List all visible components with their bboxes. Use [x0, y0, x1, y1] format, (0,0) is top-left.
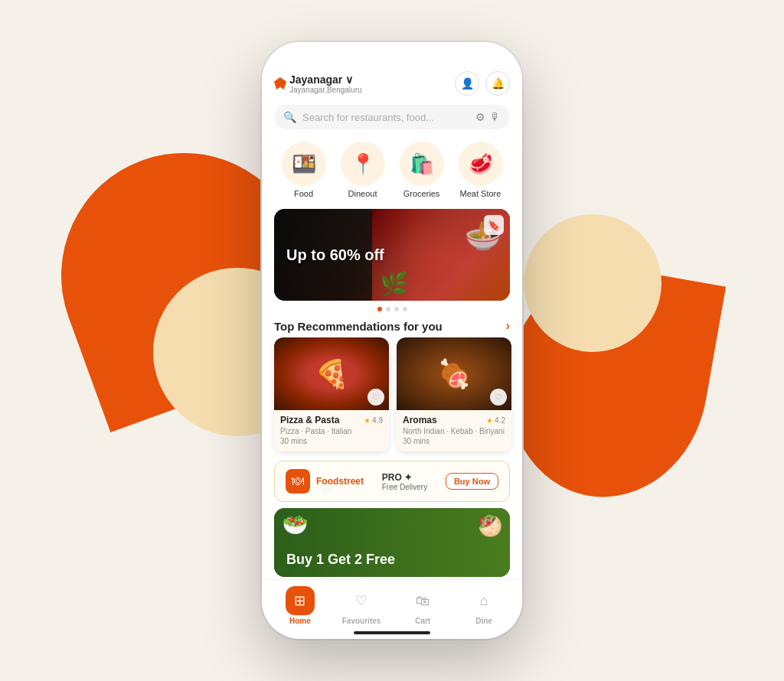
- foodstreet-label: Foodstreet: [316, 476, 364, 487]
- header-icons: 👤 🔔: [455, 71, 510, 96]
- location-pin-icon: [274, 77, 286, 90]
- pizza-name-row: Pizza & Pasta ★ 4.9: [280, 415, 383, 425]
- recommendations-arrow[interactable]: ›: [506, 319, 510, 333]
- recommendations-header: Top Recommendations for you ›: [262, 311, 522, 337]
- pizza-cuisine: Pizza · Pasta · Italian: [280, 427, 383, 435]
- banner-overlay: Up to 60% off: [274, 209, 510, 301]
- location-subtitle: Jayanagar,Bengaluru: [289, 86, 362, 94]
- meat-label: Meat Store: [460, 189, 501, 198]
- aromas-favorite-button[interactable]: ♡: [490, 389, 507, 406]
- buy-now-button[interactable]: Buy Now: [446, 473, 498, 490]
- banner-discount-text: Up to 60% off: [274, 234, 397, 276]
- location-text: Jayanagar ∨ Jayanagar,Bengaluru: [289, 73, 362, 94]
- dine-nav-label: Dine: [475, 617, 492, 625]
- home-nav-icon: ⊞: [286, 586, 315, 615]
- aromas-rating: ★ 4.2: [486, 416, 505, 425]
- notification-button[interactable]: 🔔: [485, 71, 510, 96]
- pro-banner: 🍽 Foodstreet PRO ✦ Free Delivery Buy Now: [274, 461, 510, 502]
- location-block[interactable]: Jayanagar ∨ Jayanagar,Bengaluru: [274, 73, 362, 94]
- aromas-delivery-time: 30 mins: [403, 437, 505, 445]
- bg-decoration-4: [524, 214, 662, 352]
- pizza-rating: ★ 4.9: [364, 416, 383, 425]
- home-nav-label: Home: [289, 617, 311, 625]
- status-bar: [262, 42, 522, 65]
- dot-1: [377, 307, 382, 311]
- search-bar[interactable]: 🔍 Search for restaurants, food... ⚙ 🎙: [274, 105, 510, 129]
- pizza-restaurant-name: Pizza & Pasta: [280, 415, 339, 425]
- pizza-rating-value: 4.9: [372, 416, 383, 425]
- favourites-nav-label: Favourites: [342, 617, 381, 625]
- home-indicator: [354, 631, 430, 634]
- pizza-restaurant-image: 🍕 ♡: [274, 337, 389, 410]
- nav-dine[interactable]: ⌂ Dine: [465, 586, 503, 625]
- free-delivery-text: Free Delivery: [382, 483, 427, 491]
- food-icon: 🍱: [282, 142, 326, 186]
- pro-info: PRO ✦ Free Delivery: [382, 472, 427, 491]
- foodstreet-info: Foodstreet: [316, 476, 364, 487]
- nav-home[interactable]: ⊞ Home: [281, 586, 319, 625]
- category-food[interactable]: 🍱 Food: [282, 142, 326, 198]
- pizza-restaurant-info: Pizza & Pasta ★ 4.9 Pizza · Pasta · Ital…: [274, 410, 389, 451]
- banner-bookmark-icon[interactable]: 🔖: [484, 215, 504, 235]
- aromas-restaurant-name: Aromas: [403, 415, 437, 425]
- categories-row: 🍱 Food 📍 Dineout 🛍️ Groceries 🥩 Meat Sto…: [262, 134, 522, 203]
- nav-favourites[interactable]: ♡ Favourites: [342, 586, 381, 625]
- cart-nav-icon: 🛍: [408, 586, 437, 615]
- dot-2: [386, 307, 390, 311]
- pizza-star-icon: ★: [364, 416, 371, 425]
- aromas-restaurant-info: Aromas ★ 4.2 North Indian · Kebab · Biri…: [397, 410, 511, 451]
- pro-left: 🍽 Foodstreet: [286, 469, 364, 494]
- app-content: Jayanagar ∨ Jayanagar,Bengaluru 👤 🔔 🔍 Se…: [262, 65, 522, 579]
- restaurant-card-pizza[interactable]: 🍕 ♡ Pizza & Pasta ★ 4.9 Pizza · Pasta · …: [274, 337, 389, 451]
- aromas-rating-value: 4.2: [495, 416, 505, 425]
- meat-icon: 🥩: [459, 142, 503, 186]
- header: Jayanagar ∨ Jayanagar,Bengaluru 👤 🔔: [262, 65, 522, 100]
- groceries-icon: 🛍️: [400, 142, 444, 186]
- aromas-restaurant-image: 🍖 ♡: [397, 337, 511, 410]
- category-meat[interactable]: 🥩 Meat Store: [459, 142, 503, 198]
- bottom-banner-text: Buy 1 Get 2 Free: [286, 552, 395, 568]
- cart-nav-label: Cart: [415, 617, 430, 625]
- aromas-star-icon: ★: [486, 416, 493, 425]
- pizza-delivery-time: 30 mins: [280, 437, 383, 445]
- restaurants-row: 🍕 ♡ Pizza & Pasta ★ 4.9 Pizza · Pasta · …: [262, 337, 522, 458]
- aromas-name-row: Aromas ★ 4.2: [403, 415, 505, 425]
- category-dineout[interactable]: 📍 Dineout: [341, 142, 385, 198]
- promo-banner[interactable]: 🍜 🌿 Up to 60% off 🔖: [274, 209, 510, 301]
- pizza-favorite-button[interactable]: ♡: [368, 389, 384, 406]
- dot-3: [394, 307, 399, 311]
- aromas-cuisine: North Indian · Kebab · Biriyani: [403, 427, 505, 435]
- profile-button[interactable]: 👤: [455, 71, 479, 96]
- groceries-label: Groceries: [403, 189, 440, 198]
- filter-icon[interactable]: ⚙: [475, 111, 485, 123]
- category-groceries[interactable]: 🛍️ Groceries: [400, 142, 444, 198]
- mic-icon[interactable]: 🎙: [490, 111, 501, 123]
- bottom-promo-banner[interactable]: 🥗 🥙 Buy 1 Get 2 Free: [274, 508, 510, 577]
- location-name: Jayanagar ∨: [289, 73, 362, 86]
- search-right-icons: ⚙ 🎙: [475, 111, 501, 123]
- favourites-nav-icon: ♡: [347, 586, 376, 615]
- search-icon: 🔍: [283, 111, 296, 123]
- recommendations-title: Top Recommendations for you: [274, 320, 443, 333]
- pro-badge: PRO ✦ Free Delivery: [382, 472, 427, 491]
- dine-nav-icon: ⌂: [469, 586, 498, 615]
- dineout-icon: 📍: [341, 142, 385, 186]
- nav-cart[interactable]: 🛍 Cart: [403, 586, 442, 625]
- search-input[interactable]: Search for restaurants, food...: [302, 112, 469, 123]
- phone-frame: Jayanagar ∨ Jayanagar,Bengaluru 👤 🔔 🔍 Se…: [262, 42, 522, 639]
- pro-label: PRO ✦: [382, 472, 427, 483]
- food-label: Food: [294, 189, 313, 198]
- foodstreet-icon: 🍽: [286, 469, 310, 494]
- dineout-label: Dineout: [348, 189, 377, 198]
- restaurant-card-aromas[interactable]: 🍖 ♡ Aromas ★ 4.2 North Indian · Kebab · …: [397, 337, 511, 451]
- dot-4: [403, 307, 407, 311]
- bottom-nav: ⊞ Home ♡ Favourites 🛍 Cart ⌂ Dine: [262, 579, 522, 631]
